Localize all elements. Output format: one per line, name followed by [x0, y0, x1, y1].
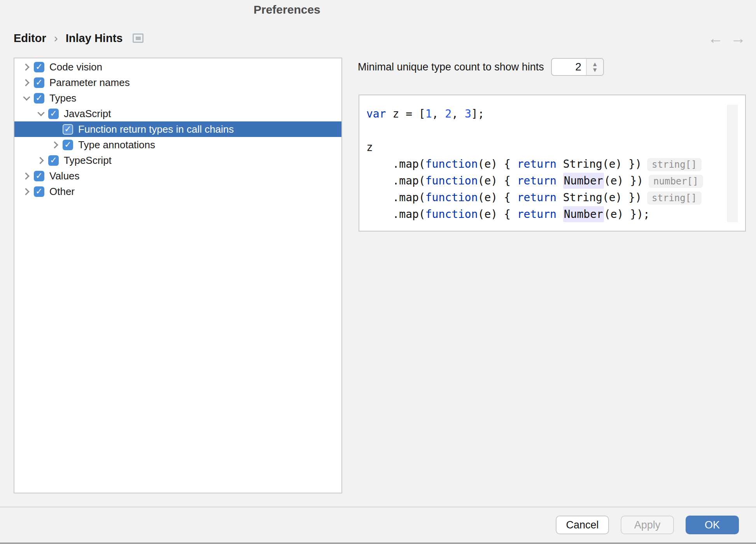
code-token: function	[425, 174, 478, 187]
breadcrumb: Editor › Inlay Hints	[14, 30, 144, 46]
checkbox[interactable]: ✓	[34, 62, 44, 72]
code-token: z	[366, 141, 373, 154]
code-token: 2	[445, 107, 452, 120]
tree-row-typescript[interactable]: ✓TypeScript	[14, 153, 341, 168]
chevron-right-icon[interactable]	[19, 65, 34, 70]
code-token: return	[517, 191, 556, 204]
tree-row-label: TypeScript	[64, 154, 112, 167]
tree-row-parameter-names[interactable]: ✓Parameter names	[14, 75, 341, 90]
footer-divider	[0, 507, 756, 507]
dialog-footer: Cancel Apply OK	[0, 516, 756, 534]
code-token: Number	[563, 206, 604, 222]
tree-row-label: JavaScript	[64, 108, 111, 120]
ok-button[interactable]: OK	[686, 516, 739, 534]
tree-row-types[interactable]: ✓Types	[14, 90, 341, 106]
checkbox[interactable]: ✓	[48, 109, 59, 119]
code-token: 1	[425, 107, 432, 120]
code-token: (e) {	[478, 208, 517, 221]
window-bottom-edge	[0, 542, 756, 544]
code-token: Number	[563, 173, 604, 189]
checkbox[interactable]: ✓	[34, 77, 44, 88]
chevron-right-icon[interactable]	[19, 174, 34, 179]
tree-row-label: Parameter names	[49, 77, 130, 89]
chevron-down-icon[interactable]	[19, 97, 34, 100]
code-token: .map(	[366, 191, 425, 204]
code-line: .map(function(e) { return String(e) })st…	[366, 189, 745, 206]
code-token: function	[425, 191, 478, 204]
code-token: (e) {	[478, 158, 517, 170]
tree-row-type-annotations[interactable]: ✓Type annotations	[14, 137, 341, 153]
breadcrumb-separator-icon: ›	[52, 32, 60, 45]
title-bar: Preferences	[0, 0, 756, 18]
minimal-type-count-spinner[interactable]: 2 ▲ ▼	[551, 58, 604, 76]
tree-row-function-return-types-in-call-chains[interactable]: ✓Function return types in call chains	[14, 121, 341, 137]
code-scrollbar[interactable]	[727, 105, 738, 222]
tree-row-label: Code vision	[49, 61, 102, 73]
checkbox[interactable]: ✓	[34, 186, 44, 197]
checkbox[interactable]: ✓	[34, 171, 44, 181]
tree-row-other[interactable]: ✓Other	[14, 184, 341, 199]
code-token: .map(	[366, 158, 425, 170]
chevron-down-icon[interactable]	[34, 112, 48, 115]
chevron-right-icon[interactable]	[34, 158, 48, 163]
tree-row-label: Types	[49, 92, 76, 104]
tree-row-values[interactable]: ✓Values	[14, 168, 341, 184]
code-token: ];	[471, 107, 485, 120]
code-line: var z = [1, 2, 3];	[366, 105, 745, 122]
code-token: String(e) })	[556, 191, 642, 204]
spinner-value[interactable]: 2	[552, 59, 586, 75]
tree-row-code-vision[interactable]: ✓Code vision	[14, 59, 341, 75]
checkbox[interactable]: ✓	[34, 93, 44, 104]
chevron-right-icon[interactable]	[19, 189, 34, 194]
inlay-hint-pill: number[]	[649, 175, 703, 188]
code-token: ,	[452, 107, 465, 120]
apply-button[interactable]: Apply	[621, 516, 674, 534]
tree-row-javascript[interactable]: ✓JavaScript	[14, 106, 341, 121]
history-navigation: ← →	[708, 30, 746, 47]
code-token	[556, 174, 563, 187]
tree-row-label: Other	[49, 186, 75, 198]
preview-code-panel: var z = [1, 2, 3]; z .map(function(e) { …	[359, 95, 746, 232]
forward-icon[interactable]: →	[730, 30, 746, 47]
checkbox[interactable]: ✓	[48, 155, 59, 166]
tree-row-label: Type annotations	[78, 139, 155, 151]
code-token: return	[517, 174, 556, 187]
code-token: ,	[432, 107, 445, 120]
tree-row-label: Function return types in call chains	[78, 123, 234, 135]
code-token: (e) {	[478, 191, 517, 204]
code-token: z = [	[386, 107, 425, 120]
inline-preview-icon	[133, 33, 144, 43]
back-icon[interactable]: ←	[708, 30, 723, 47]
chevron-right-icon[interactable]	[19, 80, 34, 85]
code-token: 3	[465, 107, 471, 120]
checkbox[interactable]: ✓	[63, 124, 73, 135]
code-token: function	[425, 158, 478, 170]
cancel-button[interactable]: Cancel	[556, 516, 609, 534]
code-token: String(e) })	[556, 158, 642, 170]
tree-row-label: Values	[49, 170, 80, 182]
code-token: (e) })	[604, 174, 643, 187]
checkbox[interactable]: ✓	[63, 140, 73, 150]
code-token: (e) });	[604, 208, 650, 221]
code-token: function	[425, 208, 478, 221]
code-line: .map(function(e) { return Number(e) });	[366, 206, 745, 223]
code-line: .map(function(e) { return String(e) })st…	[366, 156, 745, 172]
code-line-blank	[366, 122, 745, 139]
spinner-up-icon[interactable]: ▲	[592, 61, 598, 67]
breadcrumb-editor[interactable]: Editor	[14, 32, 46, 45]
inlay-hint-pill: string[]	[647, 158, 702, 171]
window-title: Preferences	[254, 3, 320, 16]
code-token: return	[517, 158, 556, 170]
code-token: (e) {	[478, 174, 517, 187]
minimal-type-count-label: Minimal unique type count to show hints	[358, 61, 544, 73]
code-token	[556, 208, 563, 221]
code-line: z	[366, 139, 745, 156]
code-token: .map(	[366, 208, 425, 221]
spinner-down-icon[interactable]: ▼	[592, 67, 598, 73]
code-line: .map(function(e) { return Number(e) })nu…	[366, 172, 745, 189]
chevron-right-icon[interactable]	[48, 142, 63, 147]
spinner-arrows[interactable]: ▲ ▼	[586, 59, 603, 75]
code-token: var	[366, 107, 386, 120]
breadcrumb-inlay-hints: Inlay Hints	[66, 32, 123, 45]
code-token: return	[517, 208, 556, 221]
